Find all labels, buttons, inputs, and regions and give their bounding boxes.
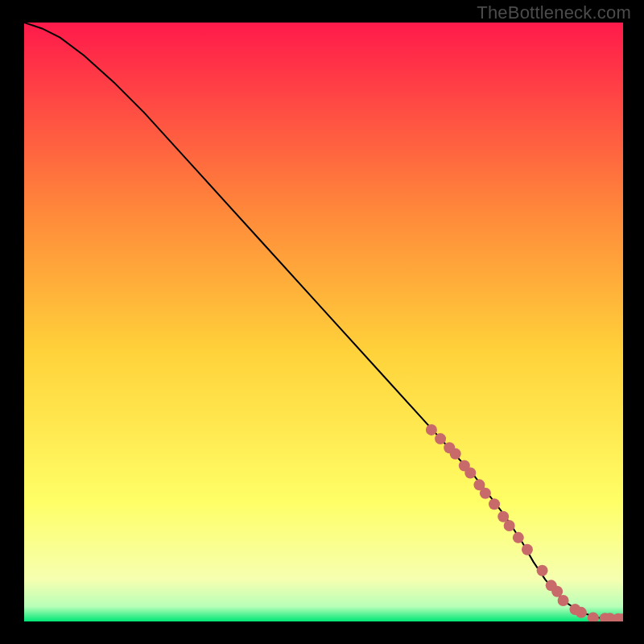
plot-area — [24, 23, 623, 621]
data-point — [426, 424, 437, 436]
data-point — [464, 467, 476, 478]
gradient-background — [24, 23, 623, 621]
data-point — [513, 532, 524, 543]
data-point — [435, 433, 446, 444]
chart-frame: TheBottleneck.com — [0, 0, 644, 644]
data-point — [537, 565, 548, 576]
data-point — [576, 607, 587, 618]
data-point — [489, 498, 500, 510]
data-point — [450, 448, 461, 460]
data-point — [480, 488, 491, 499]
data-point — [522, 544, 533, 555]
data-point — [558, 595, 569, 606]
data-point — [504, 520, 515, 531]
chart-svg — [24, 23, 623, 621]
watermark-text: TheBottleneck.com — [477, 2, 631, 23]
